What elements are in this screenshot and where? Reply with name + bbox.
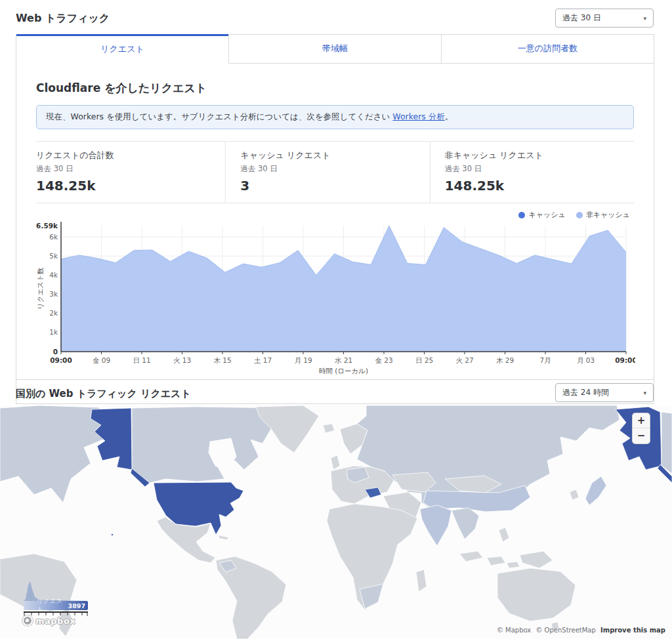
world-map-svg: [0, 405, 672, 639]
svg-text:6k: 6k: [49, 233, 58, 241]
page-title: Web トラフィック: [16, 12, 110, 26]
svg-text:09:00: 09:00: [615, 356, 635, 364]
svg-text:09:00: 09:00: [50, 356, 72, 364]
stat-cached-requests: キャッシュ リクエスト 過去 30 日 3: [225, 142, 429, 203]
banner-text: 現在、Workers を使用しています。サブリクエスト分析については、次を参照し…: [46, 112, 392, 121]
tab-unique-visitors[interactable]: 一意の訪問者数: [441, 34, 654, 64]
banner-text-suffix: 。: [445, 112, 453, 121]
svg-text:6.59k: 6.59k: [36, 222, 58, 230]
stat-value: 148.25k: [445, 178, 634, 194]
stat-sublabel: 過去 30 日: [36, 164, 225, 174]
requests-chart-svg[interactable]: 01k2k3k4k5k6k6.59k09:00金 09日 11火 13木 15土…: [36, 218, 635, 375]
stat-label: キャッシュ リクエスト: [240, 150, 429, 161]
stat-sublabel: 過去 30 日: [240, 164, 429, 174]
uncached-dot-icon: [576, 212, 583, 218]
map-section-title: 国別の Web トラフィック リクエスト: [16, 388, 191, 400]
svg-text:土 17: 土 17: [254, 356, 272, 364]
stat-total-requests: リクエストの合計数 過去 30 日 148.25k: [36, 142, 225, 203]
map-legend-max: 3897: [68, 602, 85, 609]
workers-info-banner: 現在、Workers を使用しています。サブリクエスト分析については、次を参照し…: [36, 105, 634, 129]
svg-text:火 13: 火 13: [173, 356, 191, 364]
svg-text:水 21: 水 21: [335, 356, 352, 364]
map-legend-bar: リクエスト 3897: [24, 601, 88, 610]
zoom-out-button[interactable]: −: [633, 428, 650, 443]
hawaii: [111, 533, 113, 535]
chart-legend: キャッシュ 非キャッシュ: [518, 210, 630, 220]
svg-text:月 03: 月 03: [577, 356, 595, 364]
country-indonesia-3: [507, 562, 520, 568]
legend-item-uncached[interactable]: 非キャッシュ: [576, 210, 630, 220]
legend-label: 非キャッシュ: [586, 210, 630, 220]
requests-chart: キャッシュ 非キャッシュ 01k2k3k4k5k6k6.59k09:00金 09…: [36, 209, 634, 375]
section-title: Cloudflare を介したリクエスト: [36, 81, 634, 96]
mapbox-logo-icon: [22, 615, 33, 626]
legend-item-cached[interactable]: キャッシュ: [518, 210, 565, 220]
svg-text:5k: 5k: [49, 252, 58, 260]
map-legend: リクエスト 3897: [24, 581, 89, 617]
stat-value: 148.25k: [36, 178, 225, 194]
map-attribution: © Mapbox © OpenStreetMap Improve this ma…: [497, 627, 665, 634]
mapbox-logo[interactable]: mapbox: [22, 615, 75, 626]
improve-map-link[interactable]: Improve this map: [600, 627, 665, 634]
web-traffic-card: リクエスト 帯域幅 一意の訪問者数 Cloudflare を介したリクエスト 現…: [16, 34, 654, 404]
tab-requests[interactable]: リクエスト: [16, 34, 228, 64]
map-range-value: 過去 24 時間: [562, 387, 609, 398]
svg-text:7月: 7月: [539, 356, 551, 364]
svg-text:木 29: 木 29: [496, 356, 514, 364]
svg-text:0: 0: [53, 348, 58, 356]
stat-label: リクエストの合計数: [36, 150, 225, 161]
stats-row: リクエストの合計数 過去 30 日 148.25k キャッシュ リクエスト 過去…: [36, 141, 634, 203]
stat-uncached-requests: 非キャッシュ リクエスト 過去 30 日 148.25k: [430, 142, 634, 203]
time-range-select[interactable]: 過去 30 日 ▾: [555, 9, 654, 28]
svg-text:火 27: 火 27: [455, 356, 473, 364]
tab-bandwidth[interactable]: 帯域幅: [228, 34, 441, 64]
world-traffic-map[interactable]: + − リクエスト 3897 mapbox: [0, 405, 672, 639]
time-range-value: 過去 30 日: [562, 12, 601, 24]
cloudflare-analytics-page: Web トラフィック 過去 30 日 ▾ リクエスト 帯域幅 一意の訪問者数 C…: [0, 0, 672, 639]
map-zoom-control: + −: [633, 413, 650, 443]
svg-text:4k: 4k: [49, 271, 58, 279]
osm-attribution-link[interactable]: © OpenStreetMap: [536, 627, 595, 634]
zoom-in-button[interactable]: +: [633, 413, 650, 428]
svg-text:月 19: 月 19: [294, 356, 312, 364]
legend-label: キャッシュ: [528, 210, 565, 220]
cached-dot-icon: [518, 212, 525, 218]
workers-analytics-link[interactable]: Workers 分析: [392, 112, 445, 121]
traffic-tabs: リクエスト 帯域幅 一意の訪問者数: [16, 34, 654, 64]
svg-text:木 15: 木 15: [213, 356, 231, 364]
stat-sublabel: 過去 30 日: [445, 164, 634, 174]
chevron-down-icon: ▾: [643, 15, 646, 22]
chevron-down-icon: ▾: [643, 390, 646, 396]
map-range-select[interactable]: 過去 24 時間 ▾: [555, 383, 654, 402]
svg-text:日 25: 日 25: [415, 356, 433, 364]
mapbox-attribution-link[interactable]: © Mapbox: [497, 627, 531, 634]
svg-text:2k: 2k: [49, 309, 58, 317]
svg-text:1k: 1k: [49, 328, 58, 336]
stat-label: 非キャッシュ リクエスト: [445, 150, 634, 161]
svg-text:リクエスト数: リクエスト数: [36, 267, 44, 310]
svg-text:金 23: 金 23: [375, 356, 392, 364]
mapbox-logo-text: mapbox: [35, 616, 75, 626]
country-canada-wrap-strip: [662, 412, 672, 474]
requests-panel: Cloudflare を介したリクエスト 現在、Workers を使用しています…: [16, 64, 654, 379]
svg-text:金 09: 金 09: [93, 356, 110, 364]
stat-value: 3: [240, 178, 429, 194]
svg-text:日 11: 日 11: [133, 356, 150, 364]
svg-text:時間 (ローカル): 時間 (ローカル): [319, 367, 368, 375]
svg-text:3k: 3k: [49, 290, 58, 298]
